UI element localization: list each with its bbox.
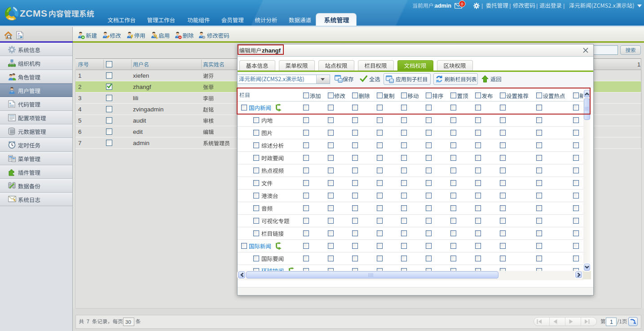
svg-text:0: 0	[461, 1, 463, 6]
